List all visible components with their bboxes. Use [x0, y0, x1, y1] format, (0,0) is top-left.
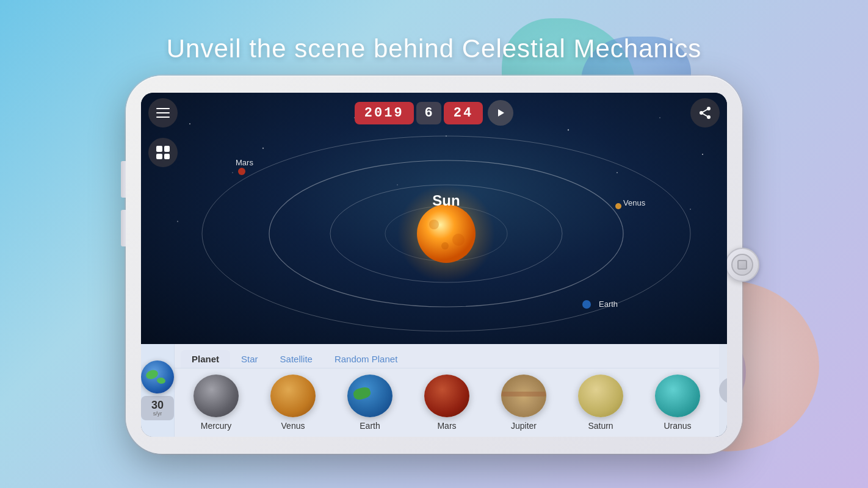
earth-label: Earth [360, 421, 380, 431]
solar-area: 2019 6 24 [141, 93, 727, 344]
mars-label: Mars [437, 421, 456, 431]
menu-line-1 [156, 108, 170, 109]
tab-random[interactable]: Random Planet [324, 350, 408, 368]
day-display[interactable]: 24 [444, 102, 483, 124]
planet-item-uranus[interactable]: Uranus [641, 375, 714, 431]
mars-globe [424, 375, 469, 417]
svg-point-12 [702, 154, 703, 155]
year-display[interactable]: 2019 [355, 102, 414, 124]
play-button[interactable] [488, 100, 513, 126]
venus-label: Venus [281, 421, 305, 431]
earth-globe-list [347, 375, 392, 417]
menu-line-2 [156, 112, 170, 113]
planet-item-mars[interactable]: Mars [410, 375, 483, 431]
planet-item-mercury[interactable]: Mercury [179, 375, 253, 431]
svg-line-5 [701, 113, 709, 117]
svg-text:Mars: Mars [236, 158, 253, 167]
svg-line-4 [701, 109, 709, 113]
svg-point-23 [417, 204, 476, 263]
svg-point-17 [397, 184, 398, 185]
home-button-square [737, 260, 747, 270]
speed-unit: s/yr [153, 411, 162, 417]
grid-button[interactable] [148, 138, 178, 167]
svg-point-25 [452, 234, 465, 246]
planet-item-saturn[interactable]: Saturn [564, 375, 637, 431]
svg-point-16 [690, 209, 691, 210]
phone-frame: 2019 6 24 [126, 76, 742, 454]
month-display[interactable]: 6 [416, 102, 441, 124]
svg-point-28 [238, 168, 245, 175]
volume-down-button [121, 210, 126, 246]
svg-point-10 [568, 129, 569, 131]
svg-point-30 [615, 203, 621, 209]
svg-point-26 [441, 242, 449, 249]
svg-text:Sun: Sun [432, 192, 460, 209]
home-button[interactable] [725, 248, 759, 282]
planet-item-earth[interactable]: Earth [333, 375, 407, 431]
mercury-label: Mercury [201, 421, 232, 431]
grid-icon [156, 146, 170, 159]
tab-planet[interactable]: Planet [181, 350, 230, 368]
share-icon [698, 106, 712, 120]
svg-point-32 [582, 300, 591, 309]
svg-point-13 [232, 172, 233, 173]
svg-point-7 [262, 148, 264, 149]
svg-point-14 [617, 172, 618, 173]
planet-item-venus[interactable]: Venus [256, 375, 330, 431]
menu-button[interactable] [148, 98, 178, 127]
planet-panel: Planet Star Satellite Random Planet Merc… [175, 344, 719, 437]
home-button-inner [731, 254, 753, 276]
svg-text:Venus: Venus [623, 198, 646, 207]
date-controls: 2019 6 24 [355, 100, 513, 126]
next-arrow-icon: ❯ [719, 377, 727, 404]
uranus-label: Uranus [664, 421, 691, 431]
saturn-globe [578, 375, 623, 417]
next-button[interactable]: ❯ [719, 344, 727, 437]
speed-badge: 30 s/yr [141, 396, 174, 420]
saturn-label: Saturn [588, 421, 613, 431]
svg-text:Earth: Earth [599, 300, 618, 309]
jupiter-globe [501, 375, 546, 417]
screen: 2019 6 24 [141, 93, 727, 437]
svg-marker-0 [498, 109, 504, 117]
earth-globe [141, 361, 174, 393]
planet-item-jupiter[interactable]: Jupiter [487, 375, 560, 431]
menu-line-3 [156, 117, 170, 118]
planet-list: Mercury Venus Earth Mars [175, 368, 719, 437]
page-title: Unveil the scene behind Celestial Mechan… [167, 34, 701, 63]
planet-tabs: Planet Star Satellite Random Planet [175, 344, 719, 368]
bottom-panel: 30 s/yr Planet Star Satellite Random Pla… [141, 344, 727, 437]
top-bar: 2019 6 24 [141, 100, 727, 126]
speed-value: 30 [151, 400, 164, 411]
jupiter-label: Jupiter [511, 421, 537, 431]
mercury-globe [193, 375, 239, 417]
uranus-globe [655, 375, 700, 417]
svg-point-24 [429, 220, 439, 229]
solar-system-svg: Sun Mars Venus Earth [141, 93, 727, 344]
play-icon [496, 108, 505, 118]
share-button[interactable] [690, 98, 720, 127]
tab-star[interactable]: Star [230, 350, 269, 368]
svg-point-15 [177, 221, 178, 222]
venus-globe [270, 375, 316, 417]
earth-thumbnail: 30 s/yr [141, 344, 175, 437]
volume-up-button [121, 161, 126, 198]
tab-satellite[interactable]: Satellite [269, 350, 324, 368]
